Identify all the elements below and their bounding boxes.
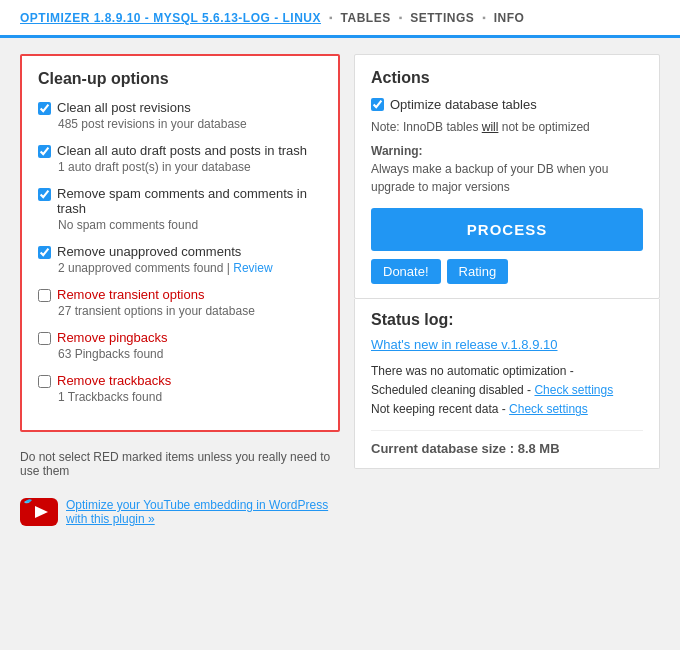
db-size-value: 8.8 MB <box>518 441 560 456</box>
note-body: InnoDB tables will not be optimized <box>403 120 590 134</box>
status-line1: There was no automatic optimization - <box>371 364 574 378</box>
status-line2: Scheduled cleaning disabled - Check sett… <box>371 383 613 397</box>
nav-sep-1: ▪ <box>329 12 333 23</box>
process-button[interactable]: PROCESS <box>371 208 643 251</box>
option-desc-trackbacks: 1 Trackbacks found <box>58 390 322 404</box>
actions-box: Actions Optimize database tables Note: I… <box>354 54 660 299</box>
nav-title[interactable]: OPTIMIZER 1.8.9.10 - MYSQL 5.6.13-LOG - … <box>20 11 321 25</box>
action-links: Donate! Rating <box>371 259 643 284</box>
option-label-spam[interactable]: Remove spam comments and comments in tra… <box>38 186 322 216</box>
option-label-revisions[interactable]: Clean all post revisions <box>38 100 322 115</box>
option-text-transient: Remove transient options <box>57 287 204 302</box>
optimize-checkbox[interactable] <box>371 98 384 111</box>
actions-heading: Actions <box>371 69 643 87</box>
note-text: Note: InnoDB tables will not be optimize… <box>371 120 643 134</box>
unapproved-count: 2 unapproved comments found | <box>58 261 233 275</box>
checkbox-unapproved[interactable] <box>38 246 51 259</box>
separator <box>371 430 643 431</box>
status-log: Status log: What's new in release v.1.8.… <box>354 299 660 469</box>
option-text-pingbacks: Remove pingbacks <box>57 330 168 345</box>
warning-text: Do not select RED marked items unless yo… <box>20 442 340 484</box>
option-desc-transient: 27 transient options in your database <box>58 304 322 318</box>
nav-sep-3: ▪ <box>482 12 486 23</box>
option-desc-revisions: 485 post revisions in your database <box>58 117 322 131</box>
check-settings-link-1[interactable]: Check settings <box>534 383 613 397</box>
db-size-label: Current database size : <box>371 441 514 456</box>
option-row-autodraft: Clean all auto draft posts and posts in … <box>38 143 322 174</box>
warning-block: Warning: Always make a backup of your DB… <box>371 142 643 196</box>
inno-db-link[interactable]: will <box>482 120 499 134</box>
warning-label: Warning: <box>371 144 423 158</box>
top-navigation: OPTIMIZER 1.8.9.10 - MYSQL 5.6.13-LOG - … <box>0 0 680 38</box>
youtube-promo: Optimize your YouTube embedding in WordP… <box>20 498 340 526</box>
option-text-autodraft: Clean all auto draft posts and posts in … <box>57 143 307 158</box>
option-row-unapproved: Remove unapproved comments 2 unapproved … <box>38 244 322 275</box>
check-settings-link-2[interactable]: Check settings <box>509 402 588 416</box>
nav-sep-2: ▪ <box>399 12 403 23</box>
checkbox-spam[interactable] <box>38 188 51 201</box>
option-desc-spam: No spam comments found <box>58 218 322 232</box>
checkbox-autodraft[interactable] <box>38 145 51 158</box>
cleanup-box: Clean-up options Clean all post revision… <box>20 54 340 432</box>
youtube-icon <box>20 498 58 526</box>
option-text-unapproved: Remove unapproved comments <box>57 244 241 259</box>
right-panel: Actions Optimize database tables Note: I… <box>354 54 660 526</box>
checkbox-trackbacks[interactable] <box>38 375 51 388</box>
checkbox-revisions[interactable] <box>38 102 51 115</box>
cleanup-heading: Clean-up options <box>38 70 322 88</box>
optimize-label: Optimize database tables <box>390 97 537 112</box>
checkbox-pingbacks[interactable] <box>38 332 51 345</box>
option-label-trackbacks[interactable]: Remove trackbacks <box>38 373 322 388</box>
review-link[interactable]: Review <box>233 261 272 275</box>
option-desc-pingbacks: 63 Pingbacks found <box>58 347 322 361</box>
page-content: Clean-up options Clean all post revision… <box>0 38 680 542</box>
option-text-spam: Remove spam comments and comments in tra… <box>57 186 322 216</box>
status-heading: Status log: <box>371 311 643 329</box>
rating-button[interactable]: Rating <box>447 259 509 284</box>
option-label-unapproved[interactable]: Remove unapproved comments <box>38 244 322 259</box>
optimize-row: Optimize database tables <box>371 97 643 112</box>
donate-button[interactable]: Donate! <box>371 259 441 284</box>
nav-item-settings[interactable]: SETTINGS <box>410 11 474 25</box>
option-row-trackbacks: Remove trackbacks 1 Trackbacks found <box>38 373 322 404</box>
warning-body: Always make a backup of your DB when you… <box>371 162 608 194</box>
status-line3: Not keeping recent data - Check settings <box>371 402 588 416</box>
option-row-revisions: Clean all post revisions 485 post revisi… <box>38 100 322 131</box>
option-row-spam: Remove spam comments and comments in tra… <box>38 186 322 232</box>
option-label-pingbacks[interactable]: Remove pingbacks <box>38 330 322 345</box>
status-text-1: There was no automatic optimization - Sc… <box>371 362 643 420</box>
option-row-pingbacks: Remove pingbacks 63 Pingbacks found <box>38 330 322 361</box>
note-prefix: Note: <box>371 120 403 134</box>
left-panel: Clean-up options Clean all post revision… <box>20 54 340 526</box>
db-size: Current database size : 8.8 MB <box>371 441 643 456</box>
option-text-revisions: Clean all post revisions <box>57 100 191 115</box>
option-text-trackbacks: Remove trackbacks <box>57 373 171 388</box>
nav-item-info[interactable]: INFO <box>494 11 525 25</box>
youtube-promo-link[interactable]: Optimize your YouTube embedding in WordP… <box>66 498 340 526</box>
option-row-transient: Remove transient options 27 transient op… <box>38 287 322 318</box>
checkbox-transient[interactable] <box>38 289 51 302</box>
option-desc-autodraft: 1 auto draft post(s) in your database <box>58 160 322 174</box>
option-desc-unapproved: 2 unapproved comments found | Review <box>58 261 322 275</box>
option-label-transient[interactable]: Remove transient options <box>38 287 322 302</box>
nav-item-tables[interactable]: TABLES <box>341 11 391 25</box>
option-label-autodraft[interactable]: Clean all auto draft posts and posts in … <box>38 143 322 158</box>
release-link[interactable]: What's new in release v.1.8.9.10 <box>371 337 643 352</box>
